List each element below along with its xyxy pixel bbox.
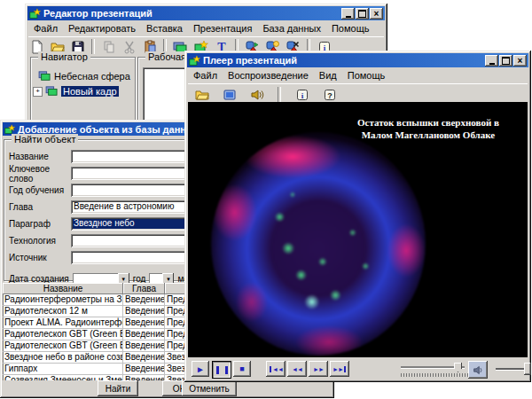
close-button[interactable]: × (370, 8, 383, 20)
copy-button[interactable] (100, 39, 117, 55)
frame-icon (45, 86, 59, 97)
close-button[interactable]: × (513, 55, 527, 66)
caption-line-1: Остаток вспышки сверхновой в (334, 116, 522, 129)
cancel-button[interactable]: Отменить (182, 380, 237, 396)
field-label: Год обучения (9, 185, 71, 195)
expand-icon[interactable]: + (33, 87, 43, 97)
stop-button[interactable]: ■ (233, 361, 251, 377)
slider-thumb[interactable] (454, 363, 462, 372)
menu-item[interactable]: Файл (188, 69, 223, 82)
field-label: Источник (9, 253, 71, 262)
slide-caption: Остаток вспышки сверхновой в Малом Магел… (334, 116, 522, 141)
cell-title: Радиоинтерферометры на З... (3, 294, 123, 306)
desktop: Редактор презентаций × ФайлРедактировать… (0, 0, 532, 399)
volume-thumb[interactable] (524, 363, 531, 375)
cell-chapter: Введение ... (123, 306, 165, 317)
navigator-label: Навигатор (38, 51, 90, 62)
screen-icon (223, 88, 237, 102)
mute-button[interactable] (468, 361, 488, 379)
first-slide-icon: ◄◄ (269, 366, 283, 372)
volume-slider[interactable] (496, 363, 531, 377)
tree-item-label: Новый кадр (61, 86, 119, 97)
progress-slider[interactable] (401, 363, 465, 377)
find-button[interactable]: Найти (98, 380, 138, 396)
maximize-button[interactable] (499, 55, 512, 66)
menu-item[interactable]: Вид (314, 69, 342, 82)
cell-title: Радиотелескоп GBT (Green B... (3, 329, 123, 340)
editor-menubar: ФайлРедактироватьВставкаПрезентацияБаза … (28, 21, 384, 35)
menu-item[interactable]: База данных (257, 22, 326, 35)
first-slide-button[interactable]: ◄◄ (266, 361, 286, 377)
cell-chapter: Введение ... (123, 340, 165, 352)
menu-item[interactable]: Презентация (188, 22, 257, 35)
cell-chapter: Введение ... (123, 329, 165, 340)
open-folder-icon (194, 88, 210, 102)
svg-text:?: ? (327, 90, 332, 99)
stop-icon: ■ (239, 364, 244, 373)
column-header[interactable]: Глава (123, 283, 165, 294)
column-header[interactable]: Название (3, 283, 123, 294)
editor-titlebar[interactable]: Редактор презентаций × (27, 6, 385, 20)
prev-slide-icon: ◄◄ (292, 366, 302, 372)
player-titlebar[interactable]: Плеер презентаций × (187, 53, 528, 67)
menu-item[interactable]: Помощь (342, 69, 391, 82)
speaker-icon (473, 364, 484, 376)
supernova-remnant-image (211, 132, 426, 356)
tree-item-label: Небесная сфера (54, 71, 130, 82)
cell-title: Гиппарх (3, 364, 123, 375)
menu-item[interactable]: Файл (28, 22, 63, 35)
dialog-title: Добавление объекта из базы данных (18, 124, 200, 135)
field-label: Технология (9, 236, 71, 246)
find-object-label: Найти объект (12, 134, 78, 145)
next-slide-icon: ►► (313, 366, 324, 372)
menu-item[interactable]: Редактировать (63, 22, 141, 35)
pause-button[interactable] (212, 361, 231, 379)
toolbar-separator (91, 39, 95, 54)
slide-info-button[interactable]: i (293, 87, 310, 103)
editor-title: Редактор презентаций (43, 8, 153, 19)
menu-item[interactable]: Вставка (141, 22, 188, 35)
tree-item-new-frame[interactable]: + Новый кадр (33, 85, 119, 98)
field-label: Глава (9, 202, 71, 212)
cell-title: Радиотелескоп 12 м (3, 306, 123, 317)
menu-item[interactable]: Помощь (326, 22, 375, 35)
last-slide-icon: ►► (332, 366, 347, 372)
cell-title: Радиотелескоп GBT (Green B... (3, 340, 123, 352)
player-icon (189, 55, 200, 66)
next-slide-button[interactable]: ►► (309, 361, 328, 377)
prev-slide-button[interactable]: ◄◄ (287, 361, 307, 377)
slider-ticks (401, 373, 470, 377)
last-slide-button[interactable]: ►► (330, 361, 349, 377)
field-label: Ключевое слово (9, 164, 71, 184)
sound-button[interactable] (248, 87, 265, 103)
cut-button[interactable] (121, 39, 137, 55)
app-icon (29, 8, 41, 20)
cell-chapter: Введение ... (123, 294, 165, 306)
caption-line-2: Малом Магеллановом Облаке (334, 129, 522, 141)
cell-chapter: Введение ... (123, 364, 165, 375)
help-button[interactable]: ? (321, 87, 338, 103)
maximize-button[interactable] (356, 8, 369, 20)
cut-icon (122, 40, 137, 54)
tree-item-sky-sphere[interactable]: Небесная сфера (38, 70, 130, 82)
player-window: Плеер презентаций × ФайлВоспроизведениеВ… (184, 51, 531, 382)
minimize-button[interactable] (485, 55, 498, 66)
dialog-icon (4, 124, 15, 135)
pause-icon (216, 366, 228, 374)
menu-item[interactable]: Воспроизведение (223, 69, 314, 82)
player-controls: ► ■ ◄◄ ◄◄ ►► ►► (188, 359, 528, 380)
help-icon: ? (323, 88, 337, 102)
screen-button[interactable] (221, 87, 238, 103)
field-label: Название (9, 152, 71, 161)
sound-icon (250, 88, 264, 102)
open-button[interactable] (193, 87, 210, 103)
player-menubar: ФайлВоспроизведениеВидПомощь (188, 68, 528, 82)
cell-title: Звездное небо в районе созв... (3, 352, 123, 364)
cell-chapter: Введение ... (123, 317, 165, 329)
copy-icon (102, 40, 116, 54)
frame-icon (38, 71, 51, 82)
play-button[interactable]: ► (192, 361, 209, 377)
toolbar-separator (278, 87, 281, 102)
minimize-button[interactable] (341, 8, 355, 20)
slide-info-icon: i (295, 88, 309, 102)
